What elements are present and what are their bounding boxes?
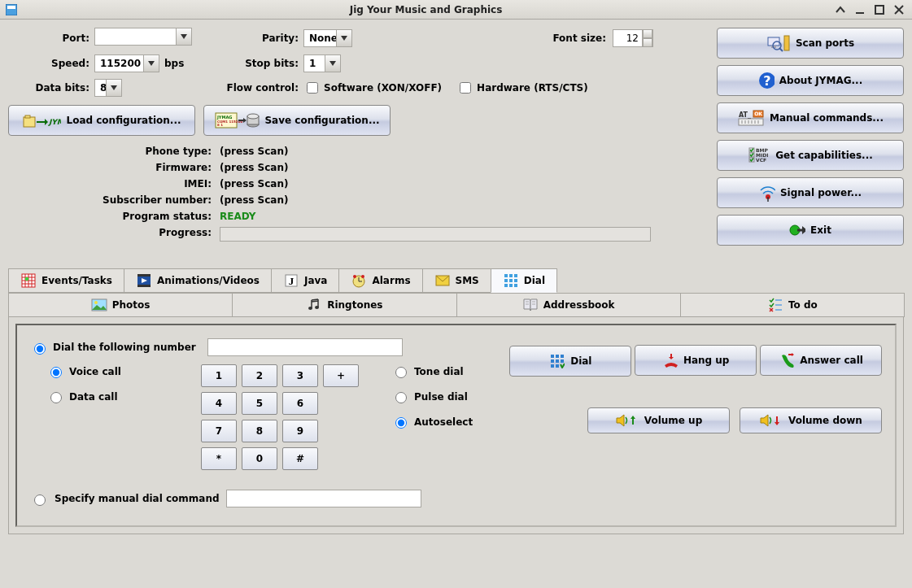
- data-call-radio[interactable]: [50, 392, 62, 403]
- keyboard-icon: AT_OK: [737, 110, 765, 126]
- key-star[interactable]: *: [201, 447, 237, 470]
- key-0[interactable]: 0: [242, 447, 277, 470]
- voice-call-label: Voice call: [69, 366, 121, 377]
- volume-down-button[interactable]: Volume down: [740, 407, 882, 433]
- svg-point-71: [94, 301, 98, 304]
- port-value: [94, 28, 176, 46]
- chevron-down-icon[interactable]: [143, 54, 159, 72]
- spinner-up-icon[interactable]: [642, 29, 653, 38]
- manual-commands-button[interactable]: AT_OK Manual commands...: [717, 102, 904, 133]
- dial-number-radio[interactable]: [34, 343, 46, 355]
- key-5[interactable]: 5: [242, 392, 277, 415]
- key-7[interactable]: 7: [201, 420, 237, 442]
- photo-icon: [91, 297, 107, 313]
- tab-photos-label: Photos: [112, 299, 151, 311]
- save-config-button[interactable]: JYMAGCOM1 1152008 1 Save configuration..…: [203, 105, 391, 136]
- port-combo[interactable]: [94, 28, 192, 46]
- save-config-label: Save configuration...: [264, 115, 379, 126]
- tab-alarms[interactable]: Alarms: [338, 268, 422, 293]
- speed-label: Speed:: [8, 58, 89, 69]
- answer-button[interactable]: Answer call: [760, 345, 882, 376]
- flow-software-label: Software (XON/XOFF): [324, 82, 442, 94]
- load-config-label: Load configuration...: [66, 115, 181, 126]
- tab-events[interactable]: Events/Tasks: [8, 268, 124, 293]
- svg-rect-66: [514, 279, 517, 282]
- spinner-down-icon[interactable]: [642, 38, 653, 47]
- svg-rect-20: [784, 36, 789, 50]
- tab-todo[interactable]: To do: [680, 293, 905, 317]
- tone-dial-radio[interactable]: [395, 367, 407, 378]
- pulse-dial-radio[interactable]: [395, 392, 407, 403]
- chevron-down-icon[interactable]: [106, 79, 122, 97]
- svg-rect-62: [509, 274, 513, 277]
- minimize-button[interactable]: [853, 3, 866, 16]
- tab-java[interactable]: J Java: [271, 268, 339, 293]
- tab-animations[interactable]: Animations/Videos: [124, 268, 272, 293]
- imei-label: IMEI:: [8, 178, 220, 189]
- voice-call-radio[interactable]: [50, 367, 62, 378]
- key-hash[interactable]: #: [282, 447, 318, 470]
- svg-text:8 1: 8 1: [217, 123, 223, 127]
- stopbits-combo[interactable]: 1: [303, 54, 341, 72]
- chevron-down-icon[interactable]: [176, 28, 192, 46]
- key-3[interactable]: 3: [282, 364, 318, 387]
- keypad-icon: [503, 272, 519, 289]
- scan-ports-button[interactable]: Scan ports: [717, 28, 904, 59]
- key-1[interactable]: 1: [201, 364, 237, 387]
- manual-dial-radio[interactable]: [34, 494, 46, 506]
- load-config-button[interactable]: JYMAG Load configuration...: [8, 105, 195, 136]
- svg-text:AT_: AT_: [739, 111, 751, 119]
- calendar-icon: [20, 272, 37, 289]
- dial-number-input[interactable]: [207, 338, 403, 356]
- databits-combo[interactable]: 8: [94, 79, 122, 97]
- parity-combo[interactable]: None: [303, 29, 352, 47]
- tab-photos[interactable]: Photos: [8, 293, 233, 317]
- rollup-button[interactable]: [834, 3, 847, 16]
- svg-rect-86: [561, 359, 564, 363]
- tab-ringtones[interactable]: Ringtones: [232, 293, 456, 317]
- key-4[interactable]: 4: [201, 392, 237, 415]
- fontsize-label: Font size:: [552, 33, 606, 44]
- flow-hardware-check[interactable]: Hardware (RTS/CTS): [456, 80, 588, 96]
- chevron-down-icon[interactable]: [336, 29, 352, 47]
- svg-rect-83: [561, 355, 564, 358]
- speed-value: 115200: [94, 54, 143, 72]
- volume-up-button[interactable]: Volume up: [587, 407, 730, 433]
- exit-button[interactable]: Exit: [717, 215, 904, 246]
- hangup-button[interactable]: Hang up: [635, 345, 757, 376]
- about-button[interactable]: ? About JYMAG...: [717, 65, 904, 96]
- tab-addressbook[interactable]: Addressbook: [456, 293, 681, 317]
- flow-hardware-checkbox[interactable]: [460, 82, 471, 94]
- key-6[interactable]: 6: [282, 392, 318, 415]
- dial-button-label: Dial: [570, 355, 591, 367]
- chevron-down-icon[interactable]: [325, 54, 341, 72]
- tab-dial-label: Dial: [524, 275, 545, 286]
- svg-text:VCF: VCF: [756, 157, 766, 163]
- key-9[interactable]: 9: [282, 420, 318, 442]
- key-plus[interactable]: +: [323, 364, 359, 387]
- signal-power-button[interactable]: Signal power...: [717, 177, 904, 208]
- key-2[interactable]: 2: [242, 364, 277, 387]
- tab-sms[interactable]: SMS: [422, 268, 491, 293]
- tab-dial[interactable]: Dial: [491, 268, 557, 293]
- svg-point-59: [361, 275, 364, 278]
- flow-software-check[interactable]: Software (XON/XOFF): [303, 80, 442, 96]
- maximize-button[interactable]: [873, 3, 886, 16]
- stopbits-value: 1: [303, 54, 325, 72]
- autoselect-radio[interactable]: [395, 417, 407, 429]
- data-call-label: Data call: [69, 391, 118, 403]
- imei-value: (press Scan): [220, 178, 659, 189]
- fontsize-spinner[interactable]: 12: [613, 29, 653, 47]
- load-config-icon: JYMAG: [22, 112, 61, 128]
- close-button[interactable]: [892, 3, 905, 16]
- volume-up-icon: [615, 412, 639, 429]
- svg-rect-81: [551, 355, 554, 358]
- tab-todo-label: To do: [788, 299, 818, 311]
- dial-button[interactable]: Dial: [509, 346, 631, 377]
- flow-software-checkbox[interactable]: [307, 82, 318, 94]
- speed-combo[interactable]: 115200: [94, 54, 159, 72]
- manual-dial-input[interactable]: [226, 490, 421, 507]
- svg-rect-67: [504, 284, 508, 287]
- capabilities-button[interactable]: BMP MIDI VCF Get capabilities...: [717, 140, 904, 171]
- key-8[interactable]: 8: [242, 420, 277, 442]
